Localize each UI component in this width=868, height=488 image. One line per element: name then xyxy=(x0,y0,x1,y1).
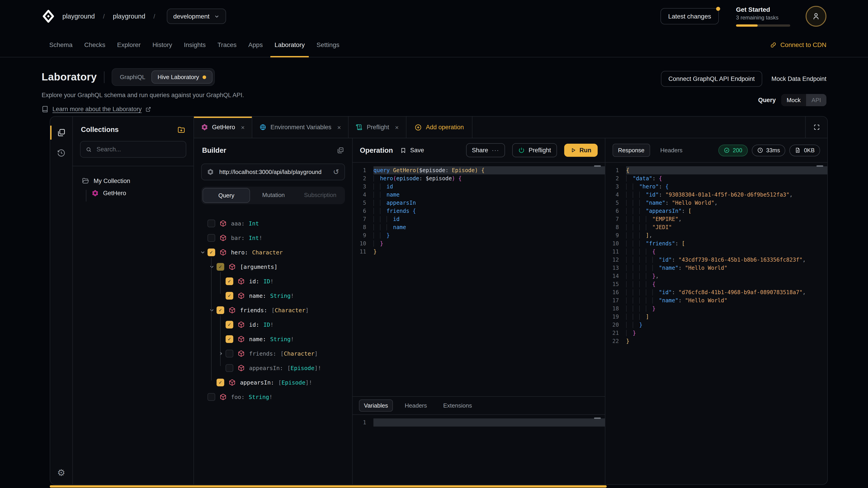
field-row-arguments[interactable]: ✓[arguments] xyxy=(208,259,352,274)
field-row-id[interactable]: ✓id:ID! xyxy=(208,317,352,332)
panel-resize-indicator[interactable] xyxy=(50,485,607,488)
chevron-right-icon[interactable] xyxy=(216,350,225,356)
mode-hive-laboratory[interactable]: Hive Laboratory xyxy=(151,70,213,84)
refresh-icon[interactable]: ↺ xyxy=(333,168,339,175)
learn-more-link[interactable]: Learn more about the Laboratory xyxy=(53,106,142,112)
tab-variables[interactable]: Variables xyxy=(359,399,393,412)
tab-extensions[interactable]: Extensions xyxy=(439,400,476,411)
field-checkbox[interactable]: ✓ xyxy=(217,379,224,386)
field-row-hero[interactable]: ✓hero:Character xyxy=(208,245,352,259)
get-started-widget[interactable]: Get Started 3 remaining tasks xyxy=(736,6,790,27)
fullscreen-button[interactable] xyxy=(805,117,827,138)
connect-to-cdn-button[interactable]: Connect to CDN xyxy=(770,33,827,57)
tab-response-headers[interactable]: Headers xyxy=(655,144,687,156)
optab-query[interactable]: Query xyxy=(203,188,250,203)
more-options-icon[interactable]: ··· xyxy=(492,147,499,154)
field-row-name[interactable]: ✓name:String! xyxy=(208,332,352,346)
field-checkbox[interactable]: ✓ xyxy=(217,306,224,314)
field-checkbox[interactable]: ✓ xyxy=(225,335,233,343)
environment-selector[interactable]: development xyxy=(167,8,226,24)
mode-graphiql[interactable]: GraphiQL xyxy=(114,71,151,83)
breadcrumb-org[interactable]: playground xyxy=(62,13,95,20)
tab-environment-variables[interactable]: Environment Variables × xyxy=(252,117,348,138)
collapse-panel-icon[interactable] xyxy=(336,147,344,154)
field-row-name[interactable]: ✓name:String! xyxy=(208,288,352,303)
run-button[interactable]: Run xyxy=(564,144,598,157)
code-line: 1query GetHero($episode: Episode) { xyxy=(352,166,605,174)
nav-tab-history[interactable]: History xyxy=(147,33,178,57)
collections-search[interactable] xyxy=(80,141,186,158)
latest-changes-button[interactable]: Latest changes xyxy=(660,8,719,24)
field-row-id[interactable]: ✓id:ID! xyxy=(208,274,352,288)
code-line: 15 { xyxy=(605,280,827,288)
close-icon[interactable]: × xyxy=(337,124,341,131)
add-collection-icon[interactable] xyxy=(177,126,185,134)
resize-handle[interactable] xyxy=(594,418,601,419)
tab-response[interactable]: Response xyxy=(613,144,650,157)
tab-gethero[interactable]: GetHero × xyxy=(194,117,252,138)
field-label: foo: xyxy=(231,393,245,400)
field-row-foo[interactable]: foo:String! xyxy=(208,390,352,404)
endpoint-url-input[interactable] xyxy=(218,168,329,176)
nav-tab-laboratory[interactable]: Laboratory xyxy=(269,33,311,57)
field-checkbox[interactable] xyxy=(208,219,215,227)
close-icon[interactable]: × xyxy=(241,124,245,131)
field-row-aaa[interactable]: aaa:Int xyxy=(208,216,352,230)
nav-tab-insights[interactable]: Insights xyxy=(178,33,212,57)
collection-operation-gethero[interactable]: GetHero xyxy=(89,187,187,199)
chevron-down-icon[interactable] xyxy=(207,264,216,269)
field-row-friends[interactable]: ✓friends:[Character] xyxy=(208,303,352,317)
nav-tab-checks[interactable]: Checks xyxy=(79,33,111,57)
optab-mutation[interactable]: Mutation xyxy=(250,188,297,203)
tab-preflight[interactable]: Preflight × xyxy=(348,117,406,138)
share-button[interactable]: Share ··· xyxy=(466,143,505,157)
add-operation-button[interactable]: Add operation xyxy=(406,117,472,138)
query-mode-api[interactable]: API xyxy=(806,94,827,106)
scroll-icon xyxy=(356,124,363,131)
resize-handle[interactable] xyxy=(816,165,823,167)
nav-tab-settings[interactable]: Settings xyxy=(311,33,345,57)
nav-tab-schema[interactable]: Schema xyxy=(43,33,79,57)
chevron-down-icon[interactable] xyxy=(207,307,216,313)
search-input[interactable] xyxy=(96,145,180,153)
nav-tab-traces[interactable]: Traces xyxy=(212,33,243,57)
save-button[interactable]: Save xyxy=(400,147,424,154)
tab-label: Environment Variables xyxy=(270,124,331,131)
query-mode-mock[interactable]: Mock xyxy=(781,94,806,106)
field-checkbox[interactable]: ✓ xyxy=(208,248,215,256)
user-avatar[interactable] xyxy=(806,6,827,27)
optab-subscription[interactable]: Subscription xyxy=(297,188,344,203)
field-checkbox[interactable] xyxy=(225,364,233,372)
nav-tab-explorer[interactable]: Explorer xyxy=(111,33,147,57)
globe-icon xyxy=(259,124,266,131)
breadcrumb-project[interactable]: playground xyxy=(113,13,145,20)
query-editor[interactable]: 1query GetHero($episode: Episode) {2 her… xyxy=(352,163,605,396)
field-row-appearsin[interactable]: ✓appearsIn:[Episode]! xyxy=(208,375,352,390)
field-checkbox[interactable] xyxy=(208,234,215,241)
variables-editor[interactable]: 1 xyxy=(352,415,605,484)
code-line: 2 hero(episode: $episode) { xyxy=(352,174,605,183)
field-row-bar[interactable]: bar:Int! xyxy=(208,230,352,245)
field-row-appearsin[interactable]: appearsIn:[Episode]! xyxy=(208,361,352,375)
field-checkbox[interactable]: ✓ xyxy=(225,277,233,285)
collection-folder[interactable]: My Collection xyxy=(79,174,187,187)
code-line: 13 "name": "Hello World" xyxy=(605,264,827,272)
resize-handle[interactable] xyxy=(594,165,601,167)
field-checkbox[interactable] xyxy=(208,393,215,400)
preflight-button[interactable]: Preflight xyxy=(512,143,557,157)
field-checkbox[interactable]: ✓ xyxy=(225,321,233,328)
settings-gear-button[interactable]: ⚙ xyxy=(57,467,65,478)
connect-endpoint-button[interactable]: Connect GraphQL API Endpoint xyxy=(661,71,763,87)
tab-headers[interactable]: Headers xyxy=(400,400,431,411)
nav-tab-apps[interactable]: Apps xyxy=(243,33,269,57)
mock-endpoint-button[interactable]: Mock Data Endpoint xyxy=(772,75,827,82)
rail-collections-button[interactable] xyxy=(50,125,72,140)
field-checkbox[interactable] xyxy=(225,350,233,357)
field-checkbox[interactable]: ✓ xyxy=(225,292,233,299)
chevron-down-icon[interactable] xyxy=(198,249,207,255)
rail-history-button[interactable] xyxy=(50,145,72,161)
response-viewer[interactable]: 1{2 "data": {3 "hero": {4 "id": "9303830… xyxy=(605,163,827,484)
close-icon[interactable]: × xyxy=(395,124,399,131)
field-checkbox[interactable]: ✓ xyxy=(217,263,224,270)
field-row-friends[interactable]: friends:[Character] xyxy=(208,346,352,361)
